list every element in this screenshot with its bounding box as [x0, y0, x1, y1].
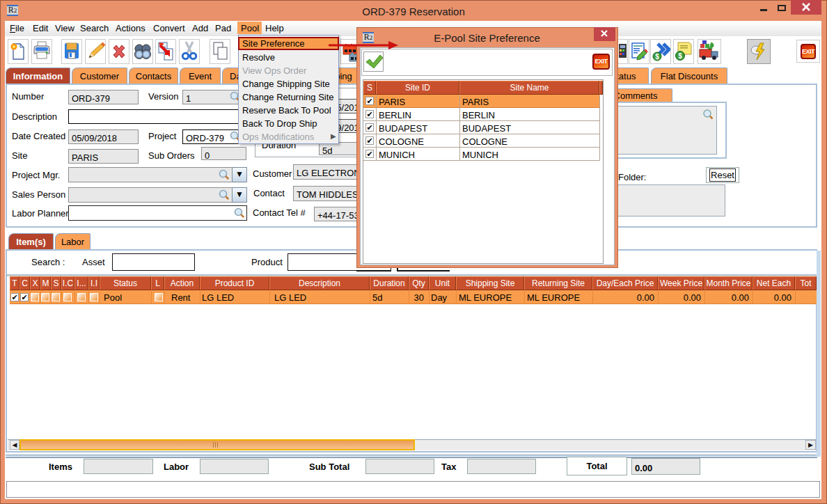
- svg-text:$: $: [655, 53, 659, 61]
- svg-text:$: $: [678, 52, 682, 60]
